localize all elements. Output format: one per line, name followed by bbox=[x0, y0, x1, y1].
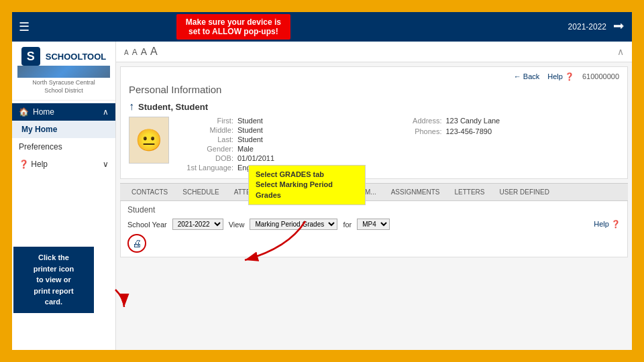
mp-select[interactable]: MP4 bbox=[357, 219, 390, 230]
sort-arrow-icon: ↑ bbox=[129, 101, 134, 113]
school-year-select[interactable]: 2021-2022 bbox=[172, 219, 223, 230]
tab-user-defined[interactable]: USER DEFINED bbox=[492, 184, 557, 200]
field-last: Last: Student bbox=[180, 135, 394, 143]
tab-letters[interactable]: LETTERS bbox=[447, 184, 492, 200]
school-name: North Syracuse Central School District bbox=[17, 79, 110, 95]
personal-info-title: Personal Information bbox=[129, 84, 619, 95]
callout-printer: Click the printer icon to view or print … bbox=[13, 247, 94, 313]
address-row: Address: 123 Candy Lane bbox=[405, 117, 620, 125]
phones-label: Phones: bbox=[405, 127, 442, 135]
view-label: View bbox=[229, 221, 245, 229]
year-badge: 2021-2022 bbox=[568, 22, 606, 32]
logo-text: SCHOOLTOOL bbox=[46, 52, 107, 62]
help-icon: ❓ bbox=[19, 160, 29, 169]
logout-icon[interactable]: ⮕ bbox=[613, 20, 625, 34]
school-year-label: School Year bbox=[127, 221, 167, 229]
sidebar-item-my-home[interactable]: My Home bbox=[12, 121, 115, 138]
middle-value: Student bbox=[237, 126, 263, 134]
field-first: First: Student bbox=[180, 117, 394, 125]
font-size-lg[interactable]: A bbox=[150, 46, 158, 58]
grade-controls: School Year 2021-2022 View Marking Perio… bbox=[127, 219, 621, 230]
student-name-header: Student, Student bbox=[138, 102, 208, 112]
address-value: 123 Candy Lane bbox=[446, 117, 500, 125]
chevron-up-icon: ∧ bbox=[103, 107, 109, 117]
first-value: Student bbox=[237, 117, 263, 125]
logo-s-icon: S bbox=[21, 47, 40, 66]
font-size-xs[interactable]: A bbox=[124, 49, 129, 56]
student-detail: 😐 First: Student Middle: Student Last: bbox=[129, 117, 619, 173]
sidebar-item-preferences[interactable]: Preferences bbox=[12, 138, 115, 156]
dob-value: 01/01/2011 bbox=[237, 154, 274, 162]
sidebar-logo: S SCHOOLTOOL North Syracuse Central Scho… bbox=[12, 42, 115, 101]
font-size-sm[interactable]: A bbox=[132, 48, 138, 57]
phones-row: Phones: 123-456-7890 bbox=[405, 127, 620, 135]
sidebar-item-help[interactable]: ❓ Help ∨ bbox=[12, 156, 115, 173]
field-gender: Gender: Male bbox=[180, 145, 394, 153]
callout-grades: Select GRADES tab Select Marking Period … bbox=[248, 165, 366, 205]
sidebar-nav: 🏠 Home ∧ My Home Preferences ❓ Help bbox=[12, 101, 115, 176]
gender-value: Male bbox=[237, 145, 254, 153]
grade-section-title: Student bbox=[127, 205, 621, 215]
address-label: Address: bbox=[405, 117, 442, 125]
view-select[interactable]: Marking Period Grades bbox=[250, 219, 337, 230]
font-size-controls: A A A A bbox=[124, 46, 158, 58]
student-header: ↑ Student, Student bbox=[129, 101, 619, 113]
printer-button[interactable]: 🖨 bbox=[127, 234, 146, 253]
field-dob: DOB: 01/01/2011 bbox=[180, 154, 394, 162]
sidebar-item-home[interactable]: 🏠 Home ∧ bbox=[12, 103, 115, 121]
alert-banner: Make sure your device is set to ALLOW po… bbox=[176, 14, 290, 40]
collapse-icon[interactable]: ∧ bbox=[617, 46, 624, 57]
hamburger-icon[interactable]: ☰ bbox=[19, 19, 30, 34]
for-label: for bbox=[343, 221, 352, 229]
sidebar-home-label: Home bbox=[33, 107, 54, 117]
tabs-bar: CONTACTS SCHEDULE ATTENDANCE GRADES ASSE… bbox=[120, 183, 628, 201]
home-icon: 🏠 bbox=[19, 107, 29, 117]
printer-area: 🖨 bbox=[127, 234, 621, 253]
student-address: Address: 123 Candy Lane Phones: 123-456-… bbox=[405, 117, 620, 173]
grade-help-link[interactable]: Help ❓ bbox=[594, 220, 621, 229]
back-link[interactable]: ← Back bbox=[514, 72, 540, 81]
sidebar-wave bbox=[17, 66, 110, 78]
personal-info-section: ← Back Help ❓ 610000000 Personal Informa… bbox=[120, 66, 628, 179]
chevron-down-icon: ∨ bbox=[103, 160, 109, 169]
grade-section: Student School Year 2021-2022 View Marki… bbox=[120, 201, 628, 257]
student-id: 610000000 bbox=[582, 72, 619, 81]
font-size-md[interactable]: A bbox=[141, 46, 147, 57]
content-area: A A A A ∧ ← Back Help ❓ 610000000 Person… bbox=[116, 42, 632, 350]
font-size-bar: A A A A ∧ bbox=[116, 42, 632, 62]
tab-assignments[interactable]: ASSIGNMENTS bbox=[384, 184, 447, 200]
tab-schedule[interactable]: SCHEDULE bbox=[175, 184, 226, 200]
last-value: Student bbox=[237, 135, 263, 143]
field-middle: Middle: Student bbox=[180, 126, 394, 134]
student-photo: 😐 bbox=[129, 117, 169, 164]
top-navbar: ☰ Make sure your device is set to ALLOW … bbox=[12, 12, 632, 42]
pi-top-bar: ← Back Help ❓ 610000000 bbox=[129, 72, 619, 81]
tab-contacts[interactable]: CONTACTS bbox=[124, 184, 175, 200]
help-link[interactable]: Help ❓ bbox=[547, 72, 574, 81]
phones-value: 123-456-7890 bbox=[446, 127, 492, 135]
